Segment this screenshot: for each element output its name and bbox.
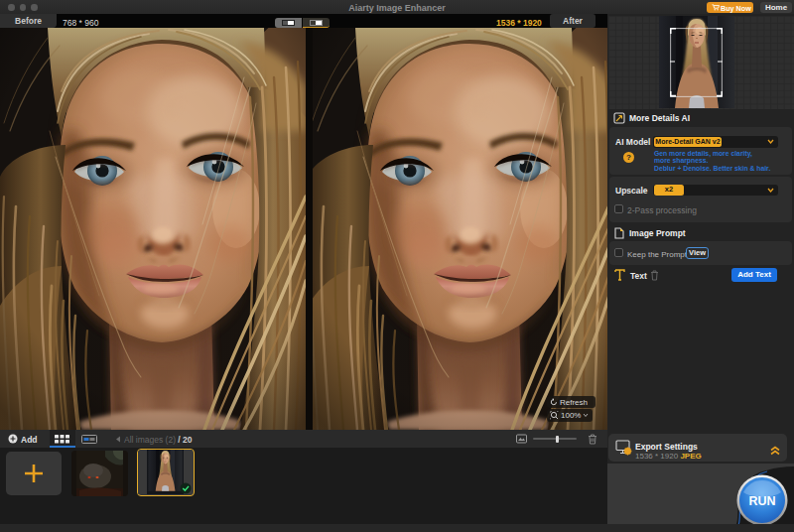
svg-text:RUN: RUN (748, 494, 775, 508)
